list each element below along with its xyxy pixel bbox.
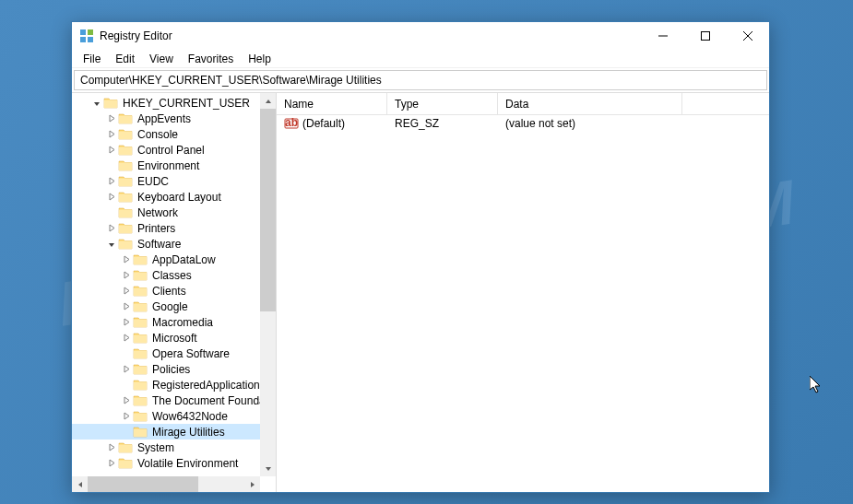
list-header: Name Type Data — [277, 93, 769, 115]
folder-icon — [118, 158, 133, 173]
expand-icon[interactable] — [120, 426, 133, 439]
tree-scrollbar-horizontal[interactable] — [72, 476, 260, 492]
folder-icon — [133, 252, 148, 267]
expand-icon[interactable] — [120, 394, 133, 407]
expand-icon[interactable] — [120, 347, 133, 360]
scroll-thumb-horizontal[interactable] — [88, 476, 198, 492]
svg-rect-1 — [88, 29, 93, 35]
tree-item-label: Policies — [150, 363, 192, 376]
tree-item-label: Control Panel — [136, 144, 207, 157]
value-data: (value not set) — [498, 117, 682, 130]
scroll-down-button[interactable] — [260, 461, 276, 476]
maximize-button[interactable] — [684, 22, 727, 50]
titlebar[interactable]: Registry Editor — [72, 22, 769, 50]
tree-item[interactable]: Opera Software — [72, 346, 276, 361]
expand-icon[interactable] — [120, 379, 133, 392]
expand-icon[interactable] — [120, 269, 133, 282]
expand-icon[interactable] — [120, 410, 133, 423]
tree-item-label: RegisteredApplications — [150, 379, 267, 392]
address-path: Computer\HKEY_CURRENT_USER\Software\Mira… — [80, 74, 382, 87]
menu-edit[interactable]: Edit — [108, 51, 142, 67]
tree-item[interactable]: AppDataLow — [72, 252, 276, 267]
svg-rect-0 — [80, 29, 86, 35]
tree-item-label: Macromedia — [150, 316, 215, 329]
menu-file[interactable]: File — [76, 51, 108, 67]
folder-icon — [118, 205, 133, 220]
minimize-button[interactable] — [642, 22, 684, 50]
folder-icon — [133, 425, 148, 440]
folder-icon — [133, 378, 148, 393]
expand-icon[interactable] — [105, 206, 118, 219]
tree-scrollbar-vertical[interactable] — [260, 93, 276, 476]
address-bar[interactable]: Computer\HKEY_CURRENT_USER\Software\Mira… — [74, 70, 767, 90]
tree-item[interactable]: System — [72, 440, 276, 455]
column-name[interactable]: Name — [277, 93, 387, 114]
tree-item[interactable]: HKEY_CURRENT_USER — [72, 95, 276, 111]
tree-item[interactable]: Software — [72, 236, 276, 252]
tree-item[interactable]: Wow6432Node — [72, 408, 276, 424]
scroll-up-button[interactable] — [260, 93, 276, 109]
tree-item[interactable]: RegisteredApplications — [72, 377, 276, 393]
expand-icon[interactable] — [105, 222, 118, 235]
column-data[interactable]: Data — [498, 93, 682, 114]
expand-icon[interactable] — [105, 457, 118, 470]
scroll-right-button[interactable] — [244, 476, 260, 492]
tree-item[interactable]: AppEvents — [72, 111, 276, 126]
expand-icon[interactable] — [105, 128, 118, 141]
expand-icon[interactable] — [105, 144, 118, 157]
tree-item[interactable]: Microsoft — [72, 330, 276, 346]
close-button[interactable] — [727, 22, 769, 50]
tree-item[interactable]: Macromedia — [72, 314, 276, 330]
tree-item[interactable]: Volatile Environment — [72, 455, 276, 471]
tree-item-label: Console — [136, 128, 180, 141]
folder-icon — [133, 268, 148, 283]
tree-item-label: Volatile Environment — [136, 457, 240, 470]
tree-item-label: Environment — [136, 159, 201, 172]
scroll-thumb-vertical[interactable] — [260, 109, 276, 311]
window-controls — [642, 22, 769, 50]
expand-icon[interactable] — [120, 316, 133, 329]
tree-item[interactable]: Policies — [72, 361, 276, 377]
tree-item[interactable]: EUDC — [72, 173, 276, 189]
tree-item[interactable]: Google — [72, 299, 276, 314]
svg-text:ab: ab — [285, 116, 298, 129]
expand-icon[interactable] — [120, 253, 133, 266]
expand-icon[interactable] — [105, 159, 118, 172]
menu-view[interactable]: View — [142, 51, 181, 67]
tree-item[interactable]: Printers — [72, 220, 276, 236]
expand-icon[interactable] — [105, 175, 118, 188]
tree-item[interactable]: The Document Foundation — [72, 393, 276, 408]
column-type[interactable]: Type — [387, 93, 498, 114]
tree-item[interactable]: Console — [72, 126, 276, 142]
registry-tree[interactable]: HKEY_CURRENT_USERAppEventsConsoleControl… — [72, 93, 276, 489]
scroll-left-button[interactable] — [72, 476, 88, 492]
svg-rect-3 — [88, 37, 93, 42]
expand-icon[interactable] — [105, 112, 118, 125]
folder-icon — [118, 143, 133, 158]
tree-item[interactable]: Keyboard Layout — [72, 189, 276, 205]
folder-icon — [133, 299, 148, 314]
expand-icon[interactable] — [120, 300, 133, 313]
list-row[interactable]: ab(Default)REG_SZ(value not set) — [277, 115, 769, 132]
expand-icon[interactable] — [120, 363, 133, 376]
tree-item-label: Mirage Utilities — [150, 426, 227, 439]
string-value-icon: ab — [284, 116, 299, 131]
expand-icon[interactable] — [120, 285, 133, 298]
tree-item[interactable]: Environment — [72, 158, 276, 173]
tree-item[interactable]: Clients — [72, 283, 276, 299]
tree-item[interactable]: Classes — [72, 267, 276, 283]
tree-item-label: AppEvents — [136, 112, 193, 125]
tree-item-label: The Document Foundation — [150, 394, 277, 407]
tree-item-label: Wow6432Node — [150, 410, 230, 423]
collapse-icon[interactable] — [105, 238, 118, 251]
collapse-icon[interactable] — [90, 97, 103, 110]
expand-icon[interactable] — [120, 332, 133, 345]
menu-favorites[interactable]: Favorites — [181, 51, 241, 67]
tree-item[interactable]: Mirage Utilities — [72, 424, 276, 440]
expand-icon[interactable] — [105, 441, 118, 454]
menu-help[interactable]: Help — [241, 51, 278, 67]
tree-item-label: Software — [136, 238, 183, 251]
expand-icon[interactable] — [105, 191, 118, 204]
tree-item[interactable]: Control Panel — [72, 142, 276, 158]
tree-item[interactable]: Network — [72, 205, 276, 220]
